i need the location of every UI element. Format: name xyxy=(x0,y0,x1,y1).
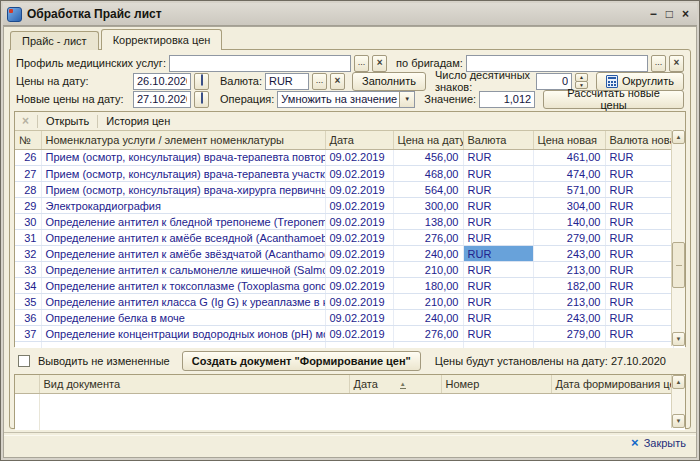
cell-price[interactable]: 240,00 xyxy=(393,310,463,326)
create-document-button[interactable]: Создать документ "Формирование цен" xyxy=(182,351,421,371)
cell-date[interactable]: 09.02.2019 xyxy=(325,278,393,294)
operation-select[interactable]: Умножить на значение ▼ xyxy=(277,91,415,108)
calc-new-prices-button[interactable]: Рассчитать новые цены xyxy=(543,90,684,109)
cell-price[interactable]: 210,00 xyxy=(393,294,463,310)
col-doc-form-date[interactable]: Дата формирования цен xyxy=(551,375,673,393)
cell-date[interactable]: 09.02.2019 xyxy=(325,230,393,246)
show-unchanged-checkbox[interactable] xyxy=(18,355,30,367)
cell-price[interactable]: 456,00 xyxy=(393,150,463,166)
cell-price[interactable]: 276,00 xyxy=(393,326,463,342)
cell-currency[interactable]: RUR xyxy=(463,326,533,342)
tab-price-correction[interactable]: Корректировка цен xyxy=(101,29,223,50)
cell-currency[interactable]: RUR xyxy=(463,230,533,246)
col-doc-type[interactable]: Вид документа xyxy=(39,375,349,393)
cell-price[interactable]: 276,00 xyxy=(393,230,463,246)
cell-date[interactable]: 09.02.2019 xyxy=(325,326,393,342)
cell-new_price[interactable]: 182,00 xyxy=(533,278,605,294)
profile-clear-icon[interactable]: × xyxy=(372,55,387,72)
cell-num[interactable]: 29 xyxy=(15,198,41,214)
currency-picker-icon[interactable]: ... xyxy=(312,73,327,90)
cell-currency[interactable]: RUR xyxy=(463,166,533,182)
cell-date[interactable]: 09.02.2019 xyxy=(325,150,393,166)
cell-name[interactable]: Определение белка в моче xyxy=(41,310,325,326)
cell-currency[interactable]: RUR xyxy=(463,198,533,214)
cell-name[interactable]: Определение антител класса G (Ig G) к ур… xyxy=(41,294,325,310)
price-row[interactable]: 27Прием (осмотр, консультация) врача-тер… xyxy=(15,166,673,182)
cell-num[interactable]: 28 xyxy=(15,182,41,198)
cell-num[interactable]: 26 xyxy=(15,150,41,166)
cell-new_currency[interactable]: RUR xyxy=(605,166,673,182)
scrollbar-thumb[interactable] xyxy=(672,242,685,288)
cell-new_price[interactable]: 571,00 xyxy=(533,182,605,198)
price-row[interactable]: 37Определение концентрации водородных ио… xyxy=(15,326,673,342)
cell-date[interactable]: 09.02.2019 xyxy=(325,182,393,198)
open-button[interactable]: Открыть xyxy=(44,115,91,127)
cell-new_price[interactable]: 213,00 xyxy=(533,262,605,278)
value-input[interactable] xyxy=(479,91,535,108)
cell-new_price[interactable]: 243,00 xyxy=(533,310,605,326)
documents-scrollbar[interactable]: ▲ ▼ xyxy=(671,375,685,428)
price-row[interactable]: 35Определение антител класса G (Ig G) к … xyxy=(15,294,673,310)
cell-new_currency[interactable]: RUR xyxy=(605,326,673,342)
cell-num[interactable]: 37 xyxy=(15,326,41,342)
cell-currency[interactable]: RUR xyxy=(463,310,533,326)
col-new-price[interactable]: Цена новая xyxy=(533,131,605,149)
cell-price[interactable]: 468,00 xyxy=(393,166,463,182)
cell-currency[interactable]: RUR xyxy=(463,214,533,230)
scroll-up-icon[interactable]: ▲ xyxy=(672,130,685,144)
col-doc-date[interactable]: Дата▲ xyxy=(349,375,441,393)
cell-new_price[interactable]: 279,00 xyxy=(533,326,605,342)
brigade-picker-icon[interactable]: ... xyxy=(651,55,666,72)
cell-new_currency[interactable]: RUR xyxy=(605,294,673,310)
price-row[interactable]: 36Определение белка в моче09.02.2019240,… xyxy=(15,310,673,326)
cell-price[interactable]: 300,00 xyxy=(393,198,463,214)
cell-name[interactable]: Определение антител к токсоплазме (Toxop… xyxy=(41,278,325,294)
minimize-icon[interactable]: − xyxy=(650,7,657,21)
cell-date[interactable]: 09.02.2019 xyxy=(325,246,393,262)
cell-name[interactable]: Определение антител к бледной трепонеме … xyxy=(41,214,325,230)
profile-input[interactable] xyxy=(169,55,351,72)
price-row[interactable]: 33Определение антител к сальмонелле кише… xyxy=(15,262,673,278)
cell-date[interactable]: 09.02.2019 xyxy=(325,310,393,326)
profile-picker-icon[interactable]: ... xyxy=(354,55,369,72)
cell-new_price[interactable]: 279,00 xyxy=(533,230,605,246)
cell-name[interactable]: Определение антител к сальмонелле кишечн… xyxy=(41,262,325,278)
cell-name[interactable]: Определение антител к амёбе звёздчатой (… xyxy=(41,246,325,262)
cell-new_currency[interactable]: RUR xyxy=(605,214,673,230)
cell-num[interactable]: 32 xyxy=(15,246,41,262)
col-date[interactable]: Дата xyxy=(325,131,393,149)
price-history-button[interactable]: История цен xyxy=(104,115,172,127)
col-price[interactable]: Цена на дату xyxy=(393,131,463,149)
cell-currency[interactable]: RUR xyxy=(463,294,533,310)
currency-clear-icon[interactable]: × xyxy=(330,73,345,90)
vertical-scrollbar[interactable]: ▲ ▼ xyxy=(671,130,685,346)
cell-price[interactable]: 240,00 xyxy=(393,246,463,262)
scroll-up-icon[interactable]: ▲ xyxy=(672,375,685,389)
cell-currency[interactable]: RUR xyxy=(463,150,533,166)
prices-date-input[interactable] xyxy=(133,73,191,90)
cell-num[interactable]: 31 xyxy=(15,230,41,246)
cell-new_currency[interactable]: RUR xyxy=(605,182,673,198)
cell-new_currency[interactable]: RUR xyxy=(605,262,673,278)
cell-new_price[interactable]: 474,00 xyxy=(533,166,605,182)
col-currency[interactable]: Валюта xyxy=(463,131,533,149)
cell-num[interactable]: 30 xyxy=(15,214,41,230)
cell-price[interactable]: 210,00 xyxy=(393,262,463,278)
cell-name[interactable]: Электрокардиография xyxy=(41,198,325,214)
cell-num[interactable]: 27 xyxy=(15,166,41,182)
cell-name[interactable]: Прием (осмотр, консультация) врача-терап… xyxy=(41,150,325,166)
tab-price-list[interactable]: Прайс - лист xyxy=(10,31,99,50)
price-row[interactable]: 29Электрокардиография09.02.2019300,00RUR… xyxy=(15,198,673,214)
price-row[interactable]: 30Определение антител к бледной трепонем… xyxy=(15,214,673,230)
cell-num[interactable]: 34 xyxy=(15,278,41,294)
cell-name[interactable]: Определение концентрации водородных ионо… xyxy=(41,326,325,342)
scroll-down-icon[interactable]: ▼ xyxy=(672,332,685,346)
cell-name[interactable]: Прием (осмотр, консультация) врача-хирур… xyxy=(41,182,325,198)
price-row[interactable]: 34Определение антител к токсоплазме (Tox… xyxy=(15,278,673,294)
brigade-clear-icon[interactable]: × xyxy=(669,55,684,72)
calendar-icon[interactable] xyxy=(194,73,209,90)
cell-new_price[interactable]: 304,00 xyxy=(533,198,605,214)
price-row[interactable]: 28Прием (осмотр, консультация) врача-хир… xyxy=(15,182,673,198)
documents-table-body[interactable] xyxy=(15,394,685,430)
close-form-button[interactable]: × Закрыть xyxy=(631,437,686,449)
